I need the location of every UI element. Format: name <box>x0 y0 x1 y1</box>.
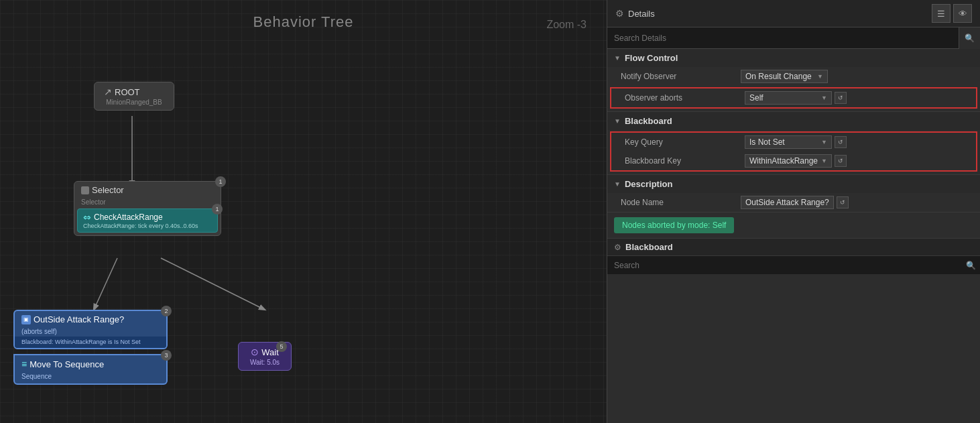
notify-observer-value: On Result Change <box>745 72 812 81</box>
node-name-reset[interactable]: ↺ <box>837 196 849 208</box>
details-header-label: Details <box>628 9 655 19</box>
blackboard-collapse-icon: ▼ <box>614 117 621 125</box>
details-search-input[interactable] <box>607 27 959 48</box>
bottom-bb-title: Blackboard <box>625 242 673 252</box>
move-to-sequence-sublabel: Sequence <box>15 373 166 383</box>
outside-attack-sub2: Blackboard: WithinAttackRange is Is Not … <box>15 337 166 348</box>
key-query-value: Is Not Set <box>749 137 785 147</box>
eye-view-icon: 👁 <box>959 9 967 19</box>
root-node[interactable]: ↗ ROOT MinionRanged_BB <box>94 82 174 111</box>
root-subtitle: MinionRanged_BB <box>104 99 164 106</box>
selector-sublabel: Selector <box>74 198 221 208</box>
node-name-row: Node Name OutSide Attack Range? ↺ <box>607 193 980 212</box>
bottom-search-icon: 🔍 <box>961 261 980 270</box>
observer-aborts-dropdown-arrow: ▼ <box>821 95 827 101</box>
details-list-icon[interactable]: ☰ <box>932 4 951 23</box>
key-query-row: Key Query Is Not Set ▼ ↺ <box>611 133 976 152</box>
flow-control-section: ▼ Flow Control Notify Observer On Result… <box>607 49 980 112</box>
search-icon: 🔍 <box>965 34 975 43</box>
observer-aborts-reset[interactable]: ↺ <box>835 92 847 104</box>
node-name-label: Node Name <box>607 196 738 209</box>
description-header[interactable]: ▼ Description <box>607 175 980 193</box>
wait-subtitle: Wait: 5.0s <box>248 359 282 366</box>
zoom-label: Zoom -3 <box>546 19 587 31</box>
outside-attack-range-node[interactable]: 2 ▣ OutSide Attack Range? (aborts self) … <box>13 310 168 349</box>
description-collapse-icon: ▼ <box>614 180 621 188</box>
blackboard-header[interactable]: ▼ Blackboard <box>607 112 980 130</box>
canvas-title: Behavior Tree <box>253 13 354 31</box>
notify-observer-row: Notify Observer On Result Change ▼ <box>607 67 980 86</box>
observer-aborts-value: Self <box>749 93 763 103</box>
flow-control-header[interactable]: ▼ Flow Control <box>607 49 980 67</box>
svg-line-2 <box>161 258 265 310</box>
wait-node[interactable]: 5 ⊙ Wait Wait: 5.0s <box>238 342 292 371</box>
key-query-reset[interactable]: ↺ <box>835 136 847 148</box>
nodes-aborted-badge: Nodes aborted by mode: Self <box>614 217 734 233</box>
check-attack-range-node[interactable]: 1 ⇔ CheckAttackRange CheckAttackRange: t… <box>77 208 218 233</box>
outside-attack-label: OutSide Attack Range? <box>34 314 124 324</box>
status-bar: Nodes aborted by mode: Self <box>607 213 980 238</box>
blackboard-section: ▼ Blackboard Key Query Is Not Set ▼ ↺ <box>607 112 980 175</box>
details-search-row: 🔍 <box>607 27 980 49</box>
selector-label: Selector <box>92 185 124 195</box>
root-label: ROOT <box>115 87 140 97</box>
blackboard-highlighted: Key Query Is Not Set ▼ ↺ Blackboard Key <box>610 131 977 172</box>
nodes-aborted-text: Nodes aborted by mode: Self <box>622 221 726 230</box>
check-attack-range-label: CheckAttackRange <box>94 213 163 222</box>
details-gear-icon: ⚙ <box>615 8 624 19</box>
node-name-input[interactable]: OutSide Attack Range? <box>741 196 834 209</box>
flow-control-title: Flow Control <box>625 53 678 63</box>
list-view-icon: ☰ <box>937 9 945 19</box>
selector-icon <box>81 186 89 194</box>
key-query-dropdown-arrow: ▼ <box>821 139 827 145</box>
bottom-blackboard-section: ⚙ Blackboard <box>607 238 980 255</box>
move-to-sequence-label: Move To Sequence <box>29 359 104 369</box>
behavior-tree-canvas: Behavior Tree Zoom -3 ↗ ROOT MinionRange… <box>0 0 607 423</box>
details-search-button[interactable]: 🔍 <box>959 27 980 49</box>
move-seq-icon: ≡ <box>21 359 27 369</box>
observer-aborts-label: Observer aborts <box>611 91 742 105</box>
description-title: Description <box>625 179 673 189</box>
notify-observer-label: Notify Observer <box>607 70 738 83</box>
details-panel: ⚙ Details ☰ 👁 🔍 ▼ Flow Control <box>607 0 980 423</box>
details-eye-icon[interactable]: 👁 <box>953 4 972 23</box>
key-query-label: Key Query <box>611 135 742 149</box>
flow-control-collapse-icon: ▼ <box>614 54 621 62</box>
observer-aborts-row: Observer aborts Self ▼ ↺ <box>611 88 976 107</box>
node-name-value: OutSide Attack Range? <box>745 198 829 207</box>
selector-node[interactable]: 1 Selector Selector 1 ⇔ CheckAttackRange… <box>74 181 221 236</box>
blackboard-key-reset[interactable]: ↺ <box>835 155 847 167</box>
move-to-sequence-node[interactable]: 3 ≡ Move To Sequence Sequence <box>13 354 168 385</box>
observer-aborts-dropdown[interactable]: Self ▼ <box>745 91 832 105</box>
blackboard-key-value: WithinAttackRange <box>749 156 818 166</box>
notify-observer-dropdown[interactable]: On Result Change ▼ <box>741 70 828 83</box>
details-header: ⚙ Details ☰ 👁 <box>607 0 980 27</box>
svg-line-1 <box>94 258 117 310</box>
check-attack-range-subtitle: CheckAttackRange: tick every 0.40s..0.60… <box>83 223 212 229</box>
key-query-dropdown[interactable]: Is Not Set ▼ <box>745 135 832 149</box>
outside-attack-sub1: (aborts self) <box>15 328 166 337</box>
bottom-bb-collapse-icon: ⚙ <box>614 243 621 252</box>
wait-icon: ⊙ <box>251 347 259 357</box>
blackboard-key-dropdown-arrow: ▼ <box>821 158 827 164</box>
notify-observer-dropdown-arrow: ▼ <box>817 73 823 80</box>
blackboard-key-row: Blackboard Key WithinAttackRange ▼ ↺ <box>611 152 976 170</box>
root-icon: ↗ <box>104 86 112 97</box>
bottom-search-input[interactable] <box>607 261 961 270</box>
bottom-blackboard-header[interactable]: ⚙ Blackboard <box>607 239 980 255</box>
blackboard-key-label: Blackboard Key <box>611 154 742 168</box>
outside-icon: ▣ <box>21 315 31 324</box>
check-arrow-icon: ⇔ <box>83 212 91 223</box>
observer-aborts-highlighted: Observer aborts Self ▼ ↺ <box>610 87 977 109</box>
description-section: ▼ Description Node Name OutSide Attack R… <box>607 175 980 213</box>
blackboard-key-dropdown[interactable]: WithinAttackRange ▼ <box>745 154 832 168</box>
blackboard-title: Blackboard <box>625 116 672 126</box>
details-body: ▼ Flow Control Notify Observer On Result… <box>607 49 980 423</box>
bottom-search-row: 🔍 <box>607 255 980 274</box>
